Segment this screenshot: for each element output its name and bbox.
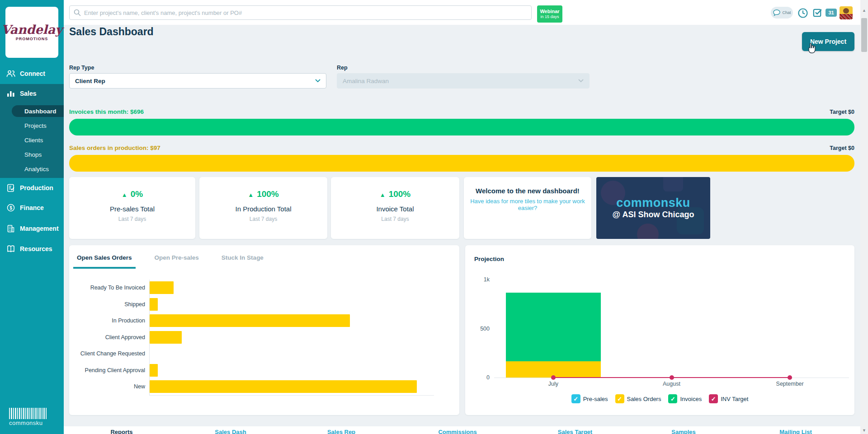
tasks-icon[interactable] <box>812 8 823 18</box>
tab-open-pre-sales[interactable]: Open Pre-sales <box>151 254 203 269</box>
stat-title: In Production Total <box>199 205 327 213</box>
inv-target-point[interactable] <box>551 375 556 380</box>
scrollbar-thumb[interactable] <box>861 18 867 52</box>
sidebar-item-clients[interactable]: Clients <box>0 134 64 146</box>
footer-link-mailing-list[interactable]: Mailing List <box>779 429 812 434</box>
orders-chart-bar[interactable] <box>150 281 174 294</box>
stat-period: Last 7 days <box>331 216 459 222</box>
footer-link-sales-rep[interactable]: Sales Rep <box>327 429 355 434</box>
orders-chart-bar[interactable] <box>150 380 417 393</box>
sidebar-subitem-label: Projects <box>24 122 47 129</box>
welcome-card: Welcome to the new dashboard! Have ideas… <box>464 177 591 239</box>
footer-link-sales-dash[interactable]: Sales Dash <box>215 429 246 434</box>
orders-chart-row: Client Approved <box>69 329 444 346</box>
orders-chart-bar[interactable] <box>150 331 182 344</box>
chat-button[interactable]: Chat <box>771 7 793 19</box>
vertical-scrollbar[interactable]: ▲ ▼ <box>860 0 868 434</box>
rep-type-select[interactable]: Client Rep <box>69 73 326 89</box>
sidebar-item-management[interactable]: Management <box>0 222 64 235</box>
clock-icon[interactable] <box>797 8 808 19</box>
legend-checkbox-invoices[interactable]: ✓ <box>668 394 677 403</box>
inv-target-point[interactable] <box>788 375 792 380</box>
commonsku-logo[interactable]: commonsku <box>9 408 50 426</box>
projection-month-label: September <box>767 381 812 387</box>
projection-title: Projection <box>474 256 504 262</box>
legend-item: ✓Sales Orders <box>615 394 661 403</box>
invoices-progress-label: Invoices this month: $696 <box>69 108 144 115</box>
sidebar-item-dashboard[interactable]: Dashboard <box>12 105 64 117</box>
legend-checkbox-pre-sales[interactable]: ✓ <box>571 394 580 403</box>
vandelay-logo[interactable]: Vandelay PROMOTIONS <box>5 7 58 58</box>
orders-chart-row: Client Change Requested <box>69 345 444 362</box>
orders-chart-track <box>149 345 444 362</box>
orders-chart-category-label: New <box>69 383 149 390</box>
legend-item: ✓Pre-sales <box>571 394 608 403</box>
invoices-progress-bar <box>69 119 854 135</box>
legend-label: INV Target <box>721 396 748 402</box>
footer-link-commissions[interactable]: Commissions <box>438 429 476 434</box>
orders-chart-track <box>149 313 444 329</box>
sidebar-subitem-label: Shops <box>24 151 42 158</box>
legend-checkbox-sales-orders[interactable]: ✓ <box>615 394 624 403</box>
webinar-countdown: in 15 days <box>540 14 559 19</box>
sidebar-item-shops[interactable]: Shops <box>0 149 64 160</box>
tab-open-sales-orders[interactable]: Open Sales Orders <box>73 254 136 269</box>
legend-checkbox-inv-target[interactable]: ✓ <box>709 394 718 403</box>
scroll-down-arrow[interactable]: ▼ <box>860 426 868 434</box>
rep-select: Amalina Radwan <box>337 73 590 89</box>
invoices-progress-target: Target $0 <box>830 109 854 115</box>
commonsku-event-banner[interactable]: commonsku @ ASI Show Chicago <box>596 177 710 239</box>
sidebar-item-label: Production <box>20 184 53 191</box>
chevron-down-icon <box>578 79 584 83</box>
commonsku-logo-text: commonsku <box>9 420 50 426</box>
footer-strip: Reports Sales Dash Sales Rep Commissions… <box>64 426 860 434</box>
chat-label: Chat <box>782 10 791 15</box>
tab-stuck-in-stage[interactable]: Stuck In Stage <box>218 254 267 269</box>
sidebar-item-sales[interactable]: Sales <box>0 87 64 100</box>
orders-chart-bar[interactable] <box>150 298 158 311</box>
inv-target-point[interactable] <box>670 375 674 380</box>
user-avatar[interactable] <box>840 6 853 19</box>
sidebar-item-production[interactable]: Production <box>0 181 64 195</box>
notification-count-badge[interactable]: 31 <box>826 9 837 17</box>
orders-chart-bar[interactable] <box>150 314 350 327</box>
stat-card-presales: ▲0% Pre-sales Total Last 7 days <box>69 177 195 239</box>
stat-title: Invoice Total <box>331 205 459 213</box>
sidebar-item-resources[interactable]: Resources <box>0 242 64 256</box>
sidebar-item-connect[interactable]: Connect <box>0 67 64 80</box>
search-icon <box>73 9 81 17</box>
stat-card-invoice: ▲100% Invoice Total Last 7 days <box>331 177 459 239</box>
new-project-button[interactable]: New Project <box>802 32 854 51</box>
sidebar-subitem-label: Analytics <box>24 166 49 173</box>
legend-label: Invoices <box>680 396 702 402</box>
footer-link-samples[interactable]: Samples <box>671 429 695 434</box>
projection-bar-invoices[interactable] <box>506 293 601 361</box>
webinar-badge[interactable]: Webinar in 15 days <box>537 5 562 23</box>
search-input[interactable] <box>69 5 532 20</box>
projection-ytick: 500 <box>472 326 490 332</box>
sidebar-item-projects[interactable]: Projects <box>0 120 64 131</box>
sidebar-item-label: Connect <box>20 70 45 77</box>
orders-chart-bar[interactable] <box>150 364 158 377</box>
rep-type-label: Rep Type <box>69 65 94 71</box>
orders-chart-category-label: In Production <box>69 317 149 324</box>
legend-item: ✓Invoices <box>668 394 702 403</box>
projection-ytick: 1k <box>472 276 490 283</box>
banner-pattern <box>637 224 659 239</box>
webinar-title: Webinar <box>540 9 559 14</box>
sidebar-subitem-label: Dashboard <box>24 108 57 115</box>
scroll-up-arrow[interactable]: ▲ <box>860 6 868 14</box>
banner-event: @ ASI Show Chicago <box>613 210 694 219</box>
chat-bubble-icon <box>773 9 781 16</box>
welcome-ideas-link[interactable]: Have ideas for more tiles to make your w… <box>464 198 591 211</box>
orders-chart-track <box>149 329 444 346</box>
sidebar-item-finance[interactable]: $ Finance <box>0 201 64 215</box>
chevron-down-icon <box>315 79 321 83</box>
rep-type-value: Client Rep <box>75 78 105 84</box>
sales-orders-progress-bar <box>69 155 854 172</box>
orders-chart-row: Pending Client Approval <box>69 362 444 379</box>
stat-title: Pre-sales Total <box>69 205 195 213</box>
orders-chart-track <box>149 280 444 296</box>
footer-link-sales-target[interactable]: Sales Target <box>558 429 592 434</box>
sidebar-item-analytics[interactable]: Analytics <box>0 163 64 175</box>
